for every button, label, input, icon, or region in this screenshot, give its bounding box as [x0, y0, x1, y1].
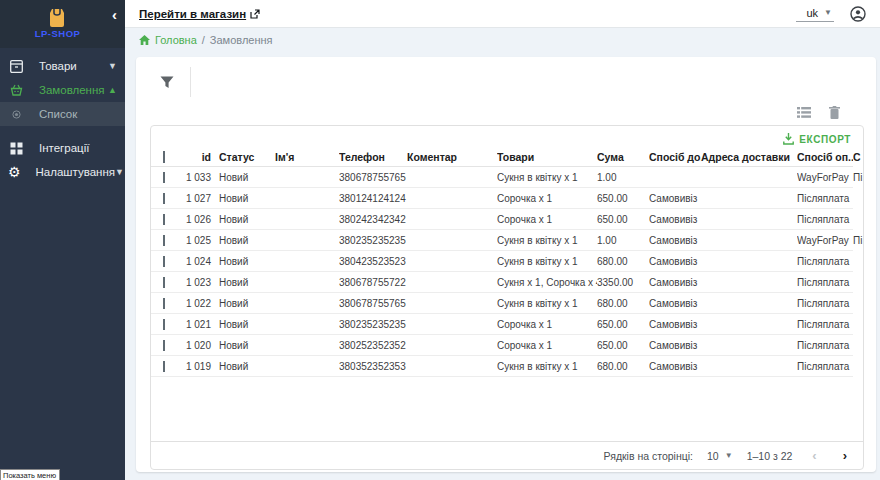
table-row[interactable]: 1 025 Новий 380235235235 Сукня в квітку …: [151, 230, 853, 251]
logo[interactable]: LP-SHOP: [35, 9, 81, 39]
column-header-name[interactable]: Ім'я: [275, 151, 339, 163]
shopping-bag-logo-icon: [47, 9, 67, 27]
table-row[interactable]: 1 023 Новий 380678755722 Сукня x 1, Соро…: [151, 272, 853, 293]
table-row[interactable]: 1 020 Новий 380252352352 Сорочка x 1 650…: [151, 335, 853, 356]
column-header-address[interactable]: Адреса доставки: [701, 151, 797, 163]
cell-delivery: Самовивіз: [649, 361, 701, 372]
language-select[interactable]: uk ▼: [796, 6, 834, 22]
cell-payment: WayForPay: [797, 235, 853, 246]
row-checkbox[interactable]: [163, 298, 165, 309]
column-header-sum[interactable]: Сума: [597, 151, 649, 163]
filter-divider: [190, 67, 191, 97]
row-checkbox[interactable]: [163, 256, 165, 267]
column-header-delivery[interactable]: Спосіб до...: [649, 151, 701, 163]
table-header-row: id Статус Ім'я Телефон Коментар Товари С…: [151, 148, 853, 167]
cell-id: 1 026: [185, 214, 219, 225]
account-circle-icon[interactable]: [850, 6, 866, 22]
table-row[interactable]: 1 022 Новий 380678755765 Сукня в квітку …: [151, 293, 853, 314]
table-body: 1 033 Новий 380678755765 Сукня в квітку …: [151, 167, 853, 377]
row-checkbox[interactable]: [163, 340, 165, 351]
cell-payment: Післяплата: [797, 256, 853, 267]
previous-page-button[interactable]: ‹: [806, 448, 822, 463]
cell-payment: Післяплата: [797, 319, 853, 330]
cell-payment: Післяплата: [797, 361, 853, 372]
pagination-range: 1–10 з 22: [747, 450, 793, 462]
column-header-payment[interactable]: Спосіб оп...: [797, 151, 853, 163]
sidebar-subitem-list[interactable]: Список: [0, 102, 125, 126]
cell-payment: Післяплата: [797, 214, 853, 225]
sidebar-item-orders[interactable]: Замовлення ▲: [0, 78, 125, 102]
cell-id: 1 024: [185, 256, 219, 267]
rows-per-page-select[interactable]: 10 ▼: [707, 450, 733, 462]
chevron-down-icon: ▼: [115, 167, 124, 177]
table-row[interactable]: 1 024 Новий 380423523523 Сукня в квітку …: [151, 251, 853, 272]
row-checkbox[interactable]: [163, 172, 165, 183]
row-checkbox[interactable]: [163, 361, 165, 372]
cell-products: Сорочка x 1: [497, 214, 597, 225]
cell-payment-status: Пі: [853, 172, 864, 183]
select-all-checkbox[interactable]: [163, 151, 165, 163]
collapse-sidebar-icon[interactable]: ‹: [112, 8, 117, 22]
cell-id: 1 021: [185, 319, 219, 330]
cell-payment-status: Пі: [853, 235, 864, 246]
trash-icon[interactable]: [829, 106, 840, 119]
sidebar-item-label: Інтеграції: [39, 142, 117, 154]
cell-payment: WayForPay: [797, 172, 853, 183]
table-row[interactable]: 1 027 Новий 380124124124 Сорочка x 1 650…: [151, 188, 853, 209]
chevron-down-icon: ▼: [108, 61, 117, 71]
rows-per-page-value: 10: [707, 450, 719, 462]
cell-payment: Післяплата: [797, 193, 853, 204]
view-list-icon[interactable]: [797, 107, 811, 118]
row-checkbox[interactable]: [163, 235, 165, 246]
cell-status: Новий: [219, 298, 275, 309]
cell-id: 1 033: [185, 172, 219, 183]
settings-gear-icon: ⚙: [8, 165, 21, 179]
cell-sum: 650.00: [597, 214, 649, 225]
cell-products: Сукня в квітку x 1: [497, 298, 597, 309]
column-header-payment-status[interactable]: С: [853, 151, 864, 163]
cell-phone: 380678755722: [339, 277, 407, 288]
row-checkbox[interactable]: [163, 277, 165, 288]
cell-sum: 650.00: [597, 340, 649, 351]
cell-id: 1 022: [185, 298, 219, 309]
column-header-phone[interactable]: Телефон: [339, 151, 407, 163]
rows-per-page-label: Рядків на сторінці:: [604, 450, 693, 462]
sidebar-item-products[interactable]: Товари ▼: [0, 54, 125, 78]
home-icon: [139, 35, 150, 45]
logo-text: LP-SHOP: [35, 28, 81, 39]
table-row[interactable]: 1 019 Новий 380352352353 Сукня в квітку …: [151, 356, 853, 377]
row-checkbox[interactable]: [163, 214, 165, 225]
sidebar-item-integrations[interactable]: Інтеграції: [0, 136, 125, 160]
download-icon: [783, 133, 794, 145]
topbar: Перейти в магазин uk ▼: [125, 0, 880, 28]
cell-payment: Післяплата: [797, 298, 853, 309]
breadcrumb-current: Замовлення: [210, 34, 273, 46]
next-page-button[interactable]: ›: [837, 448, 853, 463]
table-row[interactable]: 1 033 Новий 380678755765 Сукня в квітку …: [151, 167, 853, 188]
cell-products: Сукня в квітку x 1: [497, 235, 597, 246]
cell-delivery: Самовивіз: [649, 277, 701, 288]
table-row[interactable]: 1 021 Новий 380235235235 Сорочка x 1 650…: [151, 314, 853, 335]
sidebar-item-label: Налаштування: [36, 166, 115, 178]
column-header-products[interactable]: Товари: [497, 151, 597, 163]
row-checkbox[interactable]: [163, 193, 165, 204]
row-checkbox[interactable]: [163, 319, 165, 330]
cell-delivery: Самовивіз: [649, 193, 701, 204]
column-header-comment[interactable]: Коментар: [407, 151, 497, 163]
column-header-status[interactable]: Статус: [219, 151, 275, 163]
caret-down-icon: ▼: [725, 451, 733, 460]
table-row[interactable]: 1 026 Новий 380242342342 Сорочка x 1 650…: [151, 209, 853, 230]
go-to-store-link[interactable]: Перейти в магазин: [139, 8, 260, 20]
column-header-id[interactable]: id: [185, 151, 219, 163]
cell-id: 1 027: [185, 193, 219, 204]
export-button[interactable]: ЕКСПОРТ: [783, 133, 851, 145]
filter-funnel-icon[interactable]: [160, 76, 174, 89]
cell-phone: 380423523523: [339, 256, 407, 267]
cell-sum: 680.00: [597, 361, 649, 372]
cell-phone: 380352352353: [339, 361, 407, 372]
breadcrumb-home-link[interactable]: Головна: [155, 34, 197, 46]
cell-phone: 380235235235: [339, 235, 407, 246]
cell-phone: 380678755765: [339, 172, 407, 183]
cell-status: Новий: [219, 193, 275, 204]
sidebar-item-settings[interactable]: ⚙ Налаштування ▼: [0, 160, 125, 184]
